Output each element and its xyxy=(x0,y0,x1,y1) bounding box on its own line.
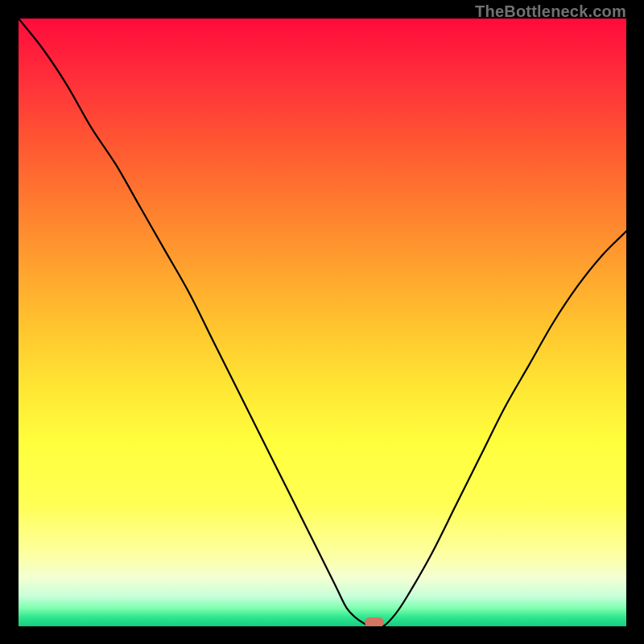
bottleneck-curve-path xyxy=(19,19,626,626)
optimal-marker xyxy=(365,617,384,626)
curve-svg xyxy=(19,19,626,626)
plot-area xyxy=(19,19,626,626)
chart-frame: TheBottleneck.com xyxy=(0,0,644,644)
